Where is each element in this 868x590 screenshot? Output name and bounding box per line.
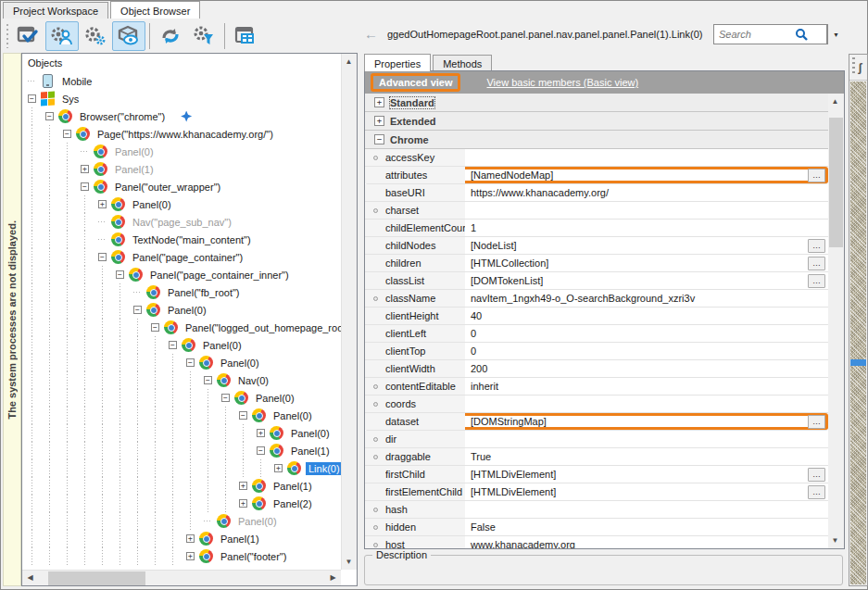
preview-panel-header[interactable]: ʃ <box>849 55 867 81</box>
tree-node[interactable]: Panel(0) <box>22 512 341 530</box>
view-object-button[interactable] <box>112 21 145 51</box>
tree-node-label[interactable]: Panel(0) <box>200 339 245 352</box>
expand-icon[interactable]: + <box>374 97 384 107</box>
property-row[interactable]: children[HTMLCollection]… <box>365 255 828 272</box>
property-row[interactable]: dataset[DOMStringMap]… <box>365 413 828 431</box>
expand-icon[interactable]: + <box>98 200 107 208</box>
tree-node[interactable]: +Panel(2) <box>22 495 341 512</box>
property-row[interactable]: firstChild[HTMLDivElement]… <box>365 466 828 483</box>
tree-node-label[interactable]: Panel("fb_root") <box>165 286 243 299</box>
tree-node[interactable]: −Sys <box>22 90 341 107</box>
tree-node[interactable]: −Panel(0) <box>22 354 341 371</box>
collapse-icon[interactable]: − <box>204 376 212 384</box>
scroll-up-arrow[interactable]: ▲ <box>342 55 356 69</box>
tree-node[interactable]: −Panel("page_container") <box>22 248 341 266</box>
tree-node[interactable]: −Browser("chrome") <box>22 107 341 125</box>
expand-icon[interactable]: + <box>186 534 195 543</box>
scroll-left-arrow[interactable]: ◀ <box>23 571 37 584</box>
back-arrow-icon[interactable]: ← <box>364 28 378 41</box>
property-row[interactable]: contentEditableinherit <box>365 378 828 395</box>
tree-node[interactable]: +Link(0) <box>22 459 341 477</box>
tree-node-label[interactable]: Panel(0) <box>130 198 174 211</box>
ellipsis-button[interactable]: … <box>808 169 825 182</box>
expand-icon[interactable]: + <box>239 499 247 508</box>
collapse-icon[interactable]: − <box>374 134 384 144</box>
tab-properties[interactable]: Properties <box>364 54 431 71</box>
collapse-icon[interactable]: − <box>28 94 36 103</box>
collapse-icon[interactable]: − <box>186 358 195 367</box>
property-row[interactable]: hiddenFalse <box>365 519 828 536</box>
tree-node-label[interactable]: Panel(0) <box>218 357 262 370</box>
tree-node[interactable]: −Panel(0) <box>22 389 341 407</box>
category-row[interactable]: −Chrome <box>365 131 828 149</box>
property-row[interactable]: accessKey <box>365 149 828 167</box>
tree-node[interactable]: −Panel(1) <box>22 442 341 459</box>
tree-node-label[interactable]: Page("https://www.khanacademy.org/") <box>94 128 276 141</box>
tree-node[interactable]: −Panel(0) <box>22 336 341 354</box>
tree-node-label[interactable]: Panel(1) <box>112 163 157 176</box>
tree-node-label[interactable]: Panel(1) <box>270 480 315 493</box>
property-row[interactable]: hash <box>365 501 828 519</box>
refresh-button[interactable] <box>154 21 187 51</box>
tree-node[interactable]: Mobile <box>22 72 341 90</box>
expand-icon[interactable]: + <box>374 116 384 126</box>
tree-node-label[interactable]: Panel("page_container") <box>130 251 245 264</box>
tree-node-label[interactable]: Nav(0) <box>235 374 271 387</box>
basic-view-link[interactable]: View basic members (Basic view) <box>486 77 638 88</box>
expand-icon[interactable]: + <box>257 429 265 437</box>
show-tested-apps-button[interactable] <box>12 21 45 51</box>
scroll-down-arrow[interactable]: ▼ <box>828 534 842 547</box>
tree-node-label[interactable]: Panel(0) <box>235 515 280 528</box>
tree-node-label[interactable]: Panel(0) <box>253 392 297 405</box>
tree-node[interactable]: −Panel("outer_wrapper") <box>22 178 341 195</box>
collapse-icon[interactable]: − <box>45 112 54 120</box>
tree-node-label[interactable]: Panel(0) <box>112 145 157 158</box>
property-row[interactable]: clientTop0 <box>365 343 828 360</box>
tree-node-label[interactable]: Panel(2) <box>270 497 315 510</box>
ellipsis-button[interactable]: … <box>808 468 825 482</box>
scroll-right-arrow[interactable]: ▶ <box>326 571 340 584</box>
tab-object-browser[interactable]: Object Browser <box>110 1 200 19</box>
category-row[interactable]: +Standard <box>365 94 828 112</box>
tree-node[interactable]: −Panel("page_container_inner") <box>22 266 341 283</box>
ellipsis-button[interactable]: … <box>808 274 825 288</box>
tree-node[interactable]: +Panel(0) <box>22 424 341 442</box>
tree-node[interactable]: TextNode("main_content") <box>22 231 341 248</box>
property-row[interactable]: clientLeft0 <box>365 325 828 343</box>
property-row[interactable]: childNodes[NodeList]… <box>365 237 828 255</box>
tree-node[interactable]: −Panel(0) <box>22 407 341 424</box>
property-row[interactable]: coords <box>365 395 828 413</box>
scroll-up-arrow[interactable]: ▲ <box>828 94 842 108</box>
ellipsis-button[interactable]: … <box>808 257 825 270</box>
collapse-icon[interactable]: − <box>169 341 177 349</box>
property-row[interactable]: firstElementChild[HTMLDivElement]… <box>365 483 828 501</box>
property-row[interactable]: hostwww.khanacademy.org <box>365 536 828 548</box>
property-row[interactable]: charset <box>365 202 828 220</box>
scrollbar-thumb[interactable] <box>829 118 843 247</box>
tree-node-label[interactable]: Panel("page_container_inner") <box>147 269 292 282</box>
tree-node[interactable]: +Panel(0) <box>22 195 341 213</box>
tree-node[interactable]: +Panel(1) <box>22 160 341 178</box>
property-row[interactable]: clientWidth200 <box>365 360 828 378</box>
search-input[interactable] <box>719 29 795 40</box>
tree-node-label[interactable]: Sys <box>59 93 82 106</box>
property-row[interactable]: classList[DOMTokenList]… <box>365 272 828 290</box>
collapse-icon[interactable]: − <box>151 323 159 332</box>
property-row[interactable]: baseURIhttps://www.khanacademy.org/ <box>365 184 828 202</box>
tree-node-label[interactable]: Panel("logged_out_homepage_root") <box>182 321 341 334</box>
collapse-icon[interactable]: − <box>116 270 124 279</box>
tree-node-label[interactable]: Panel("footer") <box>218 550 289 563</box>
tree-node[interactable]: −Page("https://www.khanacademy.org/") <box>22 125 341 143</box>
tree-node-label-selected[interactable]: Link(0) <box>306 462 341 475</box>
tree-vertical-scrollbar[interactable]: ▲ ▼ <box>341 54 357 570</box>
collapse-icon[interactable]: − <box>98 253 107 261</box>
search-dropdown-button[interactable]: ▼ <box>827 24 844 44</box>
property-row[interactable]: classNamenavItem_1ngxh49-o_O-searchBackg… <box>365 290 828 308</box>
property-row[interactable]: dir <box>365 431 828 448</box>
tree-node[interactable]: +Panel(1) <box>22 530 341 547</box>
tab-project-workspace[interactable]: Project Workspace <box>3 2 108 19</box>
expand-icon[interactable]: + <box>81 165 89 173</box>
tree-node[interactable]: −Panel(0) <box>22 301 341 319</box>
collapse-icon[interactable]: − <box>239 411 247 420</box>
object-spy-button[interactable] <box>45 21 79 51</box>
